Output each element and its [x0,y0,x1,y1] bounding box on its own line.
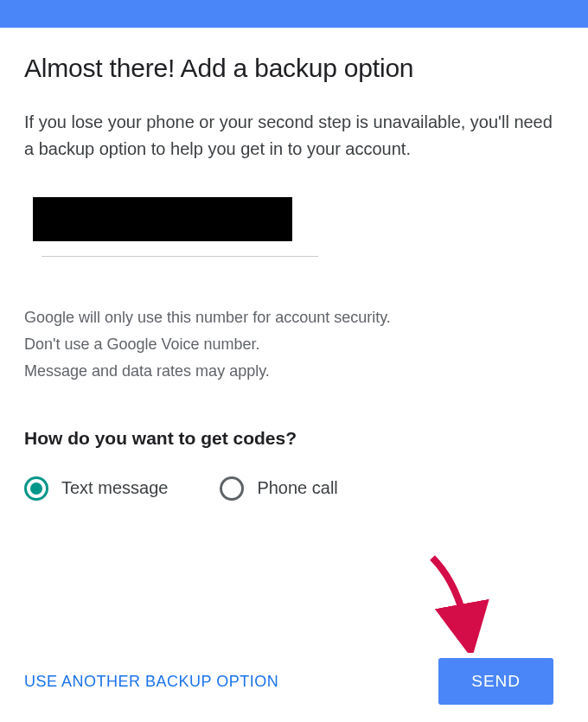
footer-actions: USE ANOTHER BACKUP OPTION SEND [0,658,588,705]
disclaimer-block: Google will only use this number for acc… [24,304,564,385]
code-delivery-title: How do you want to get codes? [24,428,564,449]
disclaimer-line-3: Message and data rates may apply. [24,358,564,385]
send-button[interactable]: SEND [438,658,553,705]
radio-option-text-message[interactable]: Text message [24,476,168,501]
redacted-phone-number [33,197,292,241]
top-accent-bar [0,0,588,28]
radio-label-phone-call: Phone call [257,478,337,498]
disclaimer-line-1: Google will only use this number for acc… [24,304,564,331]
disclaimer-line-2: Don't use a Google Voice number. [24,331,564,358]
radio-selected-icon [24,476,48,501]
radio-option-phone-call[interactable]: Phone call [220,476,337,501]
annotation-arrow-icon [415,549,493,653]
radio-label-text-message: Text message [61,478,168,498]
page-heading: Almost there! Add a backup option [24,54,564,83]
code-delivery-radio-group: Text message Phone call [24,476,564,501]
phone-input-underline[interactable] [42,256,318,257]
use-another-backup-option-link[interactable]: USE ANOTHER BACKUP OPTION [24,673,278,691]
page-description: If you lose your phone or your second st… [24,109,564,163]
radio-unselected-icon [220,476,244,501]
phone-input-area [33,197,564,257]
main-content: Almost there! Add a backup option If you… [0,28,588,501]
